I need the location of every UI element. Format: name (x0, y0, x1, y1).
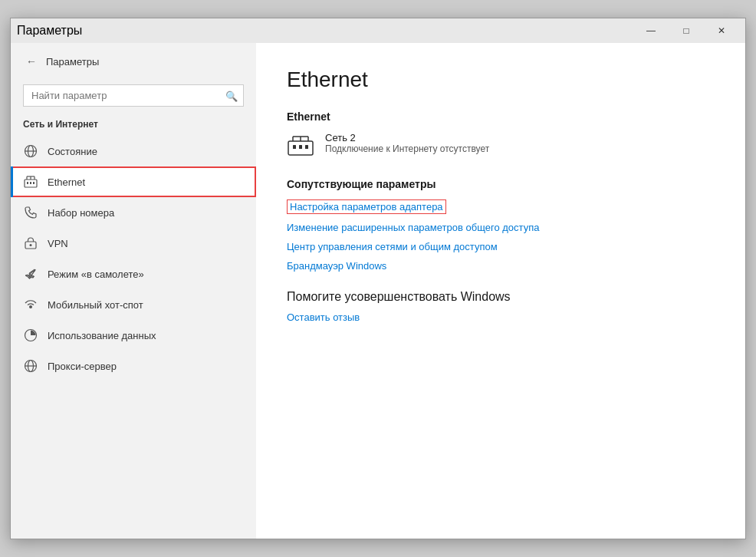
phone-icon (23, 205, 38, 220)
close-button[interactable]: ✕ (704, 18, 739, 43)
page-title: Ethernet (287, 68, 715, 92)
ethernet-section-label: Ethernet (287, 110, 715, 123)
network-status: Подключение к Интернету отсутствует (325, 143, 489, 154)
firewall-link[interactable]: Брандмауэр Windows (287, 260, 715, 272)
sidebar: ← Параметры 🔍 Сеть и Интернет Состояние (11, 43, 256, 539)
sidebar-item-airplane[interactable]: Режим «в самолете» (11, 259, 256, 289)
title-bar-left: Параметры (17, 24, 82, 38)
sidebar-item-vpn[interactable]: VPN (11, 228, 256, 259)
search-icon: 🔍 (225, 90, 238, 101)
network-info: Сеть 2 Подключение к Интернету отсутству… (325, 132, 489, 154)
network-icon (287, 132, 314, 160)
main-content: Ethernet Ethernet Сеть (256, 43, 745, 539)
svg-point-12 (30, 244, 32, 246)
sidebar-item-hotspot[interactable]: Мобильный хот-спот (11, 289, 256, 320)
sidebar-item-vpn-label: VPN (48, 238, 68, 249)
sidebar-item-proxy[interactable]: Прокси-сервер (11, 351, 256, 381)
svg-rect-9 (30, 182, 31, 184)
sidebar-item-status[interactable]: Состояние (11, 136, 256, 166)
window-title: Параметры (17, 24, 82, 38)
vpn-icon (23, 236, 38, 251)
sidebar-item-airplane-label: Режим «в самолете» (48, 269, 144, 280)
hotspot-icon (23, 297, 38, 312)
data-icon (23, 328, 38, 343)
sidebar-nav-top: ← Параметры (11, 43, 256, 80)
svg-rect-10 (33, 182, 35, 184)
sharing-settings-link[interactable]: Изменение расширенных параметров общего … (287, 222, 715, 233)
svg-rect-23 (293, 145, 296, 149)
sidebar-item-ethernet-label: Ethernet (48, 176, 85, 188)
proxy-icon (23, 358, 38, 374)
network-name: Сеть 2 (325, 132, 489, 143)
sidebar-item-dialup[interactable]: Набор номера (11, 197, 256, 228)
search-box: 🔍 (23, 84, 244, 107)
content-area: ← Параметры 🔍 Сеть и Интернет Состояние (11, 43, 745, 539)
search-input[interactable] (23, 84, 244, 107)
ethernet-icon (23, 174, 38, 190)
sidebar-item-hotspot-label: Мобильный хот-спот (48, 299, 143, 311)
sidebar-section-title: Сеть и Интернет (11, 116, 256, 136)
network-center-link[interactable]: Центр управления сетями и общим доступом (287, 241, 715, 252)
sidebar-item-data-usage[interactable]: Использование данных (11, 320, 256, 351)
globe-icon (23, 143, 38, 159)
sidebar-app-title: Параметры (46, 56, 99, 68)
maximize-button[interactable]: □ (669, 18, 704, 43)
sidebar-item-status-label: Состояние (48, 146, 97, 157)
sidebar-item-dialup-label: Набор номера (48, 207, 114, 219)
svg-rect-25 (305, 145, 308, 149)
sidebar-item-proxy-label: Прокси-сервер (48, 361, 117, 372)
sidebar-item-ethernet[interactable]: Ethernet (11, 166, 256, 197)
adapter-settings-link[interactable]: Настройка параметров адаптера (287, 199, 446, 214)
related-params-title: Сопутствующие параметры (287, 178, 715, 190)
airplane-icon (23, 266, 38, 282)
network-item: Сеть 2 Подключение к Интернету отсутству… (287, 132, 715, 160)
improve-title: Помогите усовершенствовать Windows (287, 290, 715, 304)
svg-rect-24 (299, 145, 302, 149)
svg-point-13 (29, 305, 32, 308)
back-button[interactable]: ← (23, 52, 40, 71)
svg-rect-8 (27, 182, 28, 184)
minimize-button[interactable]: — (633, 18, 669, 43)
title-bar: Параметры — □ ✕ (11, 18, 745, 43)
title-bar-controls: — □ ✕ (633, 18, 739, 43)
sidebar-item-data-usage-label: Использование данных (48, 330, 156, 341)
settings-window: Параметры — □ ✕ ← Параметры 🔍 Сеть и Инт… (10, 18, 746, 539)
feedback-link[interactable]: Оставить отзыв (287, 311, 715, 323)
